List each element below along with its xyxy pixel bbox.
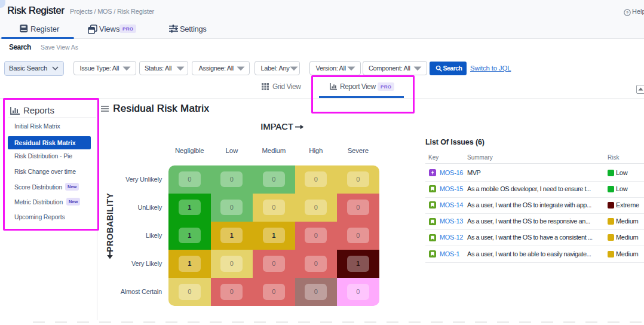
svg-text:?: ? [626, 10, 629, 15]
